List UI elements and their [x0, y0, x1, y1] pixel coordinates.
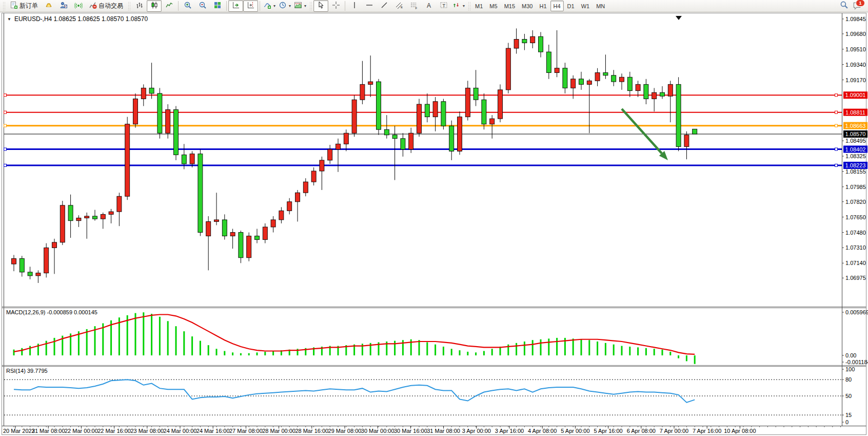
svg-text:1.08325: 1.08325	[845, 153, 866, 159]
search-icon[interactable]	[840, 1, 849, 11]
profile-icon	[60, 1, 68, 11]
candlestick-mode-button[interactable]	[147, 0, 162, 12]
svg-text:F: F	[415, 7, 417, 10]
rsi-indicator-label: RSI(14) 39.7795	[6, 368, 48, 374]
tile-windows-icon	[213, 1, 222, 11]
cursor-tool-button[interactable]	[313, 0, 328, 12]
bar-chart-mode-button[interactable]	[132, 0, 147, 12]
svg-text:1.09845: 1.09845	[845, 16, 866, 22]
period-button-M5[interactable]: M5	[486, 1, 500, 11]
bar-chart-icon	[135, 1, 144, 11]
svg-text:24 Mar 16:00: 24 Mar 16:00	[196, 428, 230, 434]
auto-trading-icon	[89, 1, 97, 11]
horizontal-line-tool-button[interactable]	[362, 0, 377, 12]
svg-text:1.08495: 1.08495	[845, 138, 866, 144]
svg-text:-0.001184: -0.001184	[845, 359, 868, 365]
notifications-button[interactable]: 1	[853, 1, 863, 11]
text-label-tool-button[interactable]: T	[436, 0, 451, 12]
period-button-M30[interactable]: M30	[519, 1, 536, 11]
timeframes-caret-icon: ▾	[289, 4, 291, 8]
period-button-MN[interactable]: MN	[593, 1, 608, 11]
crosshair-tool-button[interactable]	[328, 0, 343, 12]
svg-text:3 Apr 00:00: 3 Apr 00:00	[462, 428, 491, 434]
toolbar-grip[interactable]	[468, 2, 470, 11]
svg-text:1.07650: 1.07650	[845, 214, 866, 220]
auto-scroll-icon	[232, 1, 240, 11]
zoom-in-button[interactable]	[180, 0, 195, 12]
period-button-M15[interactable]: M15	[501, 1, 518, 11]
svg-text:1.06975: 1.06975	[845, 275, 866, 281]
svg-text:15: 15	[845, 412, 852, 418]
svg-text:21 Mar 08:00: 21 Mar 08:00	[32, 428, 65, 434]
svg-text:1.09001: 1.09001	[845, 92, 866, 98]
profile-button[interactable]	[56, 0, 71, 12]
svg-text:22 Mar 00:00: 22 Mar 00:00	[65, 428, 98, 434]
text-tool-button[interactable]: A	[421, 0, 436, 12]
new-order-button[interactable]: 新订单	[7, 0, 41, 12]
toolbar-grip[interactable]	[128, 2, 130, 11]
arrows-tool-icon	[452, 1, 461, 11]
chart-title-collapse-icon[interactable]: ▼	[7, 17, 11, 22]
toolbar-grip[interactable]	[309, 2, 312, 11]
auto-trading-button[interactable]: 自动交易	[86, 0, 126, 12]
chart-title[interactable]: ▼ EURUSD-,H4 1.08625 1.08625 1.08570 1.0…	[7, 15, 148, 23]
trendline-tool-button[interactable]	[377, 0, 391, 12]
templates-icon	[294, 1, 302, 11]
text-tool-icon: A	[425, 1, 433, 11]
indicators-button[interactable]: ▾	[262, 0, 277, 12]
period-button-H1[interactable]: H1	[536, 1, 549, 11]
svg-text:1.08663: 1.08663	[845, 123, 866, 129]
svg-text:1.08402: 1.08402	[845, 146, 866, 153]
svg-text:7 Apr 16:00: 7 Apr 16:00	[693, 428, 721, 434]
period-button-D1[interactable]: D1	[564, 1, 578, 11]
svg-text:29 Mar 08:00: 29 Mar 08:00	[328, 428, 362, 434]
gold-icon	[45, 1, 53, 11]
fibonacci-icon: F	[410, 1, 418, 11]
period-switcher: M1M5M15M30H1H4D1W1MN	[472, 1, 608, 11]
cursor-icon	[317, 1, 325, 11]
period-button-W1[interactable]: W1	[578, 1, 593, 11]
svg-text:30 Mar 00:00: 30 Mar 00:00	[361, 428, 394, 434]
vertical-line-tool-button[interactable]	[347, 0, 362, 12]
svg-text:T: T	[442, 3, 445, 8]
svg-text:0: 0	[845, 419, 849, 425]
period-button-M1[interactable]: M1	[472, 1, 486, 11]
svg-text:10 Apr 08:00: 10 Apr 08:00	[724, 428, 756, 434]
horizontal-line-icon	[365, 1, 373, 11]
fibonacci-tool-button[interactable]: F	[406, 0, 421, 12]
svg-text:31 Mar 08:00: 31 Mar 08:00	[427, 428, 460, 434]
zoom-out-button[interactable]	[195, 0, 210, 12]
timeframes-menu-button[interactable]: ▾	[277, 0, 292, 12]
svg-text:1.07820: 1.07820	[845, 199, 866, 205]
chart-title-text: EURUSD-,H4 1.08625 1.08625 1.08570 1.085…	[14, 15, 148, 23]
trendline-icon	[380, 1, 388, 11]
chart-canvas[interactable]: 1.098451.096801.095101.093401.091701.084…	[0, 0, 868, 436]
line-chart-mode-button[interactable]	[162, 0, 176, 12]
templates-button[interactable]: ▾	[292, 0, 308, 12]
svg-text:7 Apr 00:00: 7 Apr 00:00	[660, 428, 688, 434]
indicators-icon	[263, 1, 271, 11]
auto-scroll-button[interactable]	[228, 0, 243, 12]
period-button-H4[interactable]: H4	[550, 1, 564, 11]
svg-text:28 Mar 16:00: 28 Mar 16:00	[295, 428, 328, 434]
svg-text:1.07310: 1.07310	[845, 244, 866, 251]
chart-shift-button[interactable]	[243, 0, 258, 12]
signal-button[interactable]	[71, 0, 86, 12]
svg-text:1.08155: 1.08155	[845, 168, 866, 175]
svg-text:28 Mar 00:00: 28 Mar 00:00	[262, 428, 295, 434]
new-order-label: 新订单	[19, 2, 38, 10]
auto-trading-label: 自动交易	[98, 2, 123, 10]
svg-text:1.07985: 1.07985	[845, 184, 866, 190]
svg-text:1.07140: 1.07140	[845, 260, 866, 266]
svg-text:0.00: 0.00	[845, 352, 856, 358]
toolbar-grip[interactable]	[3, 2, 5, 11]
tile-windows-button[interactable]	[210, 0, 225, 12]
svg-text:50: 50	[845, 393, 852, 399]
svg-text:20 Mar 2023: 20 Mar 2023	[3, 428, 35, 434]
arrows-tool-button[interactable]: ▾	[451, 0, 466, 12]
candlestick-icon	[150, 1, 159, 11]
market-watch-button[interactable]	[41, 0, 56, 12]
svg-text:1.07480: 1.07480	[845, 230, 866, 236]
channel-tool-button[interactable]: E	[391, 0, 406, 12]
zoom-out-icon	[199, 1, 207, 11]
